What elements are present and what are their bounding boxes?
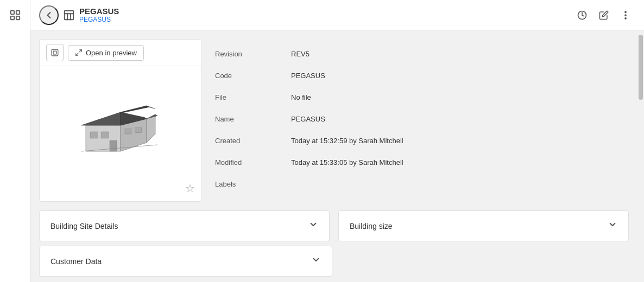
svg-rect-13 (53, 51, 56, 54)
content-area: Open in preview (30, 30, 637, 282)
edit-button[interactable] (594, 5, 614, 25)
svg-rect-26 (110, 140, 117, 151)
star-icon: ☆ (185, 182, 195, 194)
header-actions (572, 5, 635, 25)
value-name: PEGASUS (291, 115, 325, 123)
value-modified: Today at 15:33:05 by Sarah Mitchell (291, 158, 403, 166)
value-revision: REV5 (291, 50, 310, 58)
detail-row-modified: Modified Today at 15:33:05 by Sarah Mitc… (215, 152, 629, 174)
chevron-down-icon-building-site (308, 220, 318, 232)
value-created: Today at 15:32:59 by Sarah Mitchell (291, 137, 403, 145)
accordion-building-size-label: Building size (350, 222, 393, 230)
accordion-building-size[interactable]: Building size (338, 210, 629, 241)
header-title: PEGASUS PEGASUS (79, 7, 119, 23)
history-button[interactable] (572, 5, 592, 25)
svg-line-15 (76, 53, 78, 55)
detail-row-code: Code PEGASUS (215, 65, 629, 87)
more-options-button[interactable] (616, 5, 635, 25)
label-revision: Revision (215, 50, 291, 58)
accordion-customer-data-label: Customer Data (50, 257, 102, 266)
open-preview-button[interactable]: Open in preview (68, 45, 144, 61)
svg-rect-4 (65, 10, 74, 20)
svg-marker-20 (121, 106, 149, 113)
accordion-building-site-label: Building Site Details (50, 222, 118, 230)
svg-line-14 (79, 50, 81, 52)
svg-marker-27 (147, 114, 155, 143)
accordion-customer-data[interactable]: Customer Data (39, 246, 332, 277)
accordion-row-1: Building Site Details Building size (39, 210, 629, 241)
preview-square-button[interactable] (46, 44, 64, 61)
detail-row-revision: Revision REV5 (215, 43, 629, 65)
svg-point-10 (625, 15, 626, 16)
sidebar (0, 0, 30, 282)
building-icon (63, 9, 75, 21)
label-code: Code (215, 72, 291, 80)
chevron-down-icon-customer-data (311, 255, 321, 267)
label-file: File (215, 93, 291, 101)
label-created: Created (215, 137, 291, 145)
details-section: Revision REV5 Code PEGASUS File No file … (215, 39, 629, 202)
accordion-row-2: Customer Data (39, 246, 332, 277)
accordion-building-site[interactable]: Building Site Details (39, 210, 330, 241)
header: PEGASUS PEGASUS (30, 0, 644, 30)
scrollbar-track[interactable] (637, 30, 644, 282)
svg-rect-0 (10, 11, 14, 14)
label-labels: Labels (215, 180, 291, 188)
value-code: PEGASUS (291, 72, 325, 80)
svg-rect-23 (101, 132, 109, 138)
open-preview-label: Open in preview (86, 49, 137, 57)
header-title-main: PEGASUS (79, 7, 119, 16)
preview-toolbar: Open in preview (40, 40, 201, 66)
svg-rect-1 (16, 11, 19, 14)
detail-row-labels: Labels (215, 174, 629, 195)
header-title-sub: PEGASUS (79, 16, 119, 23)
scrollbar-thumb[interactable] (639, 35, 643, 100)
svg-rect-2 (10, 16, 14, 20)
favorite-button[interactable]: ☆ (185, 182, 195, 195)
top-section: Open in preview (39, 39, 629, 202)
label-name: Name (215, 115, 291, 123)
content-wrapper: Open in preview (30, 30, 644, 282)
sidebar-grid-icon[interactable] (4, 4, 26, 26)
detail-row-name: Name PEGASUS (215, 108, 629, 130)
back-button[interactable] (39, 5, 59, 25)
detail-row-file: File No file (215, 87, 629, 108)
svg-point-9 (625, 11, 626, 12)
svg-marker-18 (81, 112, 121, 125)
detail-row-created: Created Today at 15:32:59 by Sarah Mitch… (215, 130, 629, 152)
value-file: No file (291, 93, 311, 101)
svg-rect-24 (125, 129, 131, 134)
chevron-down-icon-building-size (608, 220, 617, 232)
svg-rect-12 (52, 49, 58, 56)
preview-card: Open in preview (39, 39, 202, 202)
svg-point-11 (625, 18, 626, 19)
svg-rect-25 (135, 127, 141, 133)
svg-rect-3 (16, 16, 19, 20)
svg-rect-22 (90, 132, 98, 138)
label-modified: Modified (215, 158, 291, 166)
preview-image-area (40, 66, 201, 201)
main-content: PEGASUS PEGASUS (30, 0, 644, 282)
